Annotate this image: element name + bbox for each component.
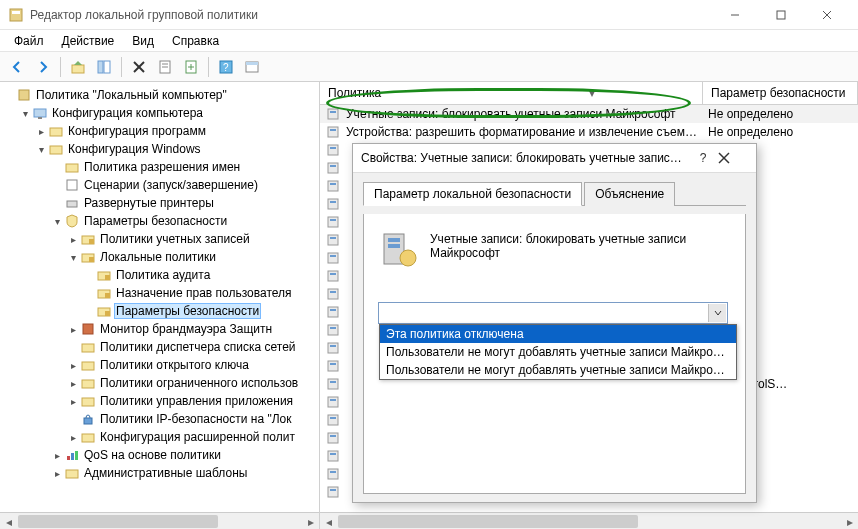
svg-rect-52 (328, 145, 338, 155)
chevron-down-icon[interactable] (708, 304, 726, 322)
policy-name-label: Учетные записи: блокировать учетные запи… (430, 228, 731, 260)
scroll-left-icon[interactable]: ◂ (320, 513, 337, 529)
collapse-icon[interactable]: ▾ (18, 108, 32, 119)
dialog-close-button[interactable] (718, 152, 748, 164)
tree-security-options[interactable]: Параметры безопасности (82, 302, 317, 320)
expand-icon[interactable]: ▸ (66, 432, 80, 443)
tree-ipsec[interactable]: Политики IP-безопасности на "Лок (66, 410, 317, 428)
tree-restricted[interactable]: ▸Политики ограниченного использов (66, 374, 317, 392)
show-hide-tree-button[interactable] (93, 56, 115, 78)
tree-windows-config[interactable]: ▾Конфигурация Windows (34, 140, 317, 158)
horizontal-scrollbar[interactable]: ◂ ▸ (320, 512, 858, 529)
up-button[interactable] (67, 56, 89, 78)
svg-rect-3 (777, 11, 785, 19)
scroll-left-icon[interactable]: ◂ (0, 513, 17, 529)
scroll-right-icon[interactable]: ▸ (302, 513, 319, 529)
dropdown-option[interactable]: Пользователи не могут добавлять учетные … (380, 343, 736, 361)
svg-rect-41 (82, 398, 94, 406)
policy-item-icon (326, 359, 342, 373)
column-policy[interactable]: Политика ▾ (320, 82, 703, 104)
tree-firewall[interactable]: ▸Монитор брандмауэра Защитн (66, 320, 317, 338)
list-row[interactable]: Учетные записи: блокировать учетные запи… (320, 105, 858, 123)
svg-rect-62 (328, 235, 338, 245)
tree-root[interactable]: Политика "Локальный компьютер" (2, 86, 317, 104)
svg-rect-86 (328, 451, 338, 461)
tree-scripts[interactable]: Сценарии (запуск/завершение) (50, 176, 317, 194)
policy-item-icon (326, 431, 342, 445)
folder-icon (80, 340, 96, 354)
svg-rect-54 (328, 163, 338, 173)
svg-rect-82 (328, 415, 338, 425)
tree-pane[interactable]: Политика "Локальный компьютер" ▾ Конфигу… (0, 82, 320, 529)
toolbar: ? (0, 52, 858, 82)
policy-item-icon (326, 215, 342, 229)
policy-text: Устройства: разрешить форматирование и и… (346, 125, 702, 139)
expand-icon[interactable]: ▸ (66, 396, 80, 407)
dropdown-option[interactable]: Пользователи не могут добавлять учетные … (380, 361, 736, 379)
tree-qos[interactable]: ▸QoS на основе политики (50, 446, 317, 464)
forward-button[interactable] (32, 56, 54, 78)
dialog-help-button[interactable]: ? (688, 151, 718, 165)
expand-icon[interactable]: ▸ (66, 234, 80, 245)
svg-rect-80 (328, 397, 338, 407)
tree-pubkey[interactable]: ▸Политики открытого ключа (66, 356, 317, 374)
expand-icon[interactable]: ▸ (66, 378, 80, 389)
tree-local-policies[interactable]: ▾Локальные политики (66, 248, 317, 266)
column-security[interactable]: Параметр безопасности (703, 82, 858, 104)
dialog-titlebar[interactable]: Свойства: Учетные записи: блокировать уч… (353, 144, 756, 173)
help-button[interactable]: ? (215, 56, 237, 78)
svg-rect-24 (66, 164, 78, 172)
svg-rect-46 (75, 451, 78, 460)
svg-rect-42 (84, 418, 92, 424)
tree-printers[interactable]: Развернутые принтеры (50, 194, 317, 212)
expand-icon[interactable]: ▸ (66, 360, 80, 371)
menu-file[interactable]: Файл (6, 32, 52, 50)
tree-user-rights[interactable]: Назначение прав пользователя (82, 284, 317, 302)
policy-icon (16, 88, 32, 102)
dropdown-list[interactable]: Эта политика отключенаПользователи не мо… (379, 324, 737, 380)
scrollbar-thumb[interactable] (18, 515, 218, 528)
svg-rect-40 (82, 380, 94, 388)
collapse-icon[interactable]: ▾ (50, 216, 64, 227)
tree-name-policy[interactable]: Политика разрешения имен (50, 158, 317, 176)
svg-rect-57 (330, 183, 336, 185)
scroll-right-icon[interactable]: ▸ (841, 513, 858, 529)
properties-button[interactable] (154, 56, 176, 78)
list-header: Политика ▾ Параметр безопасности (320, 82, 858, 105)
menu-view[interactable]: Вид (124, 32, 162, 50)
chart-icon (64, 448, 80, 462)
scrollbar-thumb[interactable] (338, 515, 638, 528)
tree-netlist[interactable]: Политики диспетчера списка сетей (66, 338, 317, 356)
close-button[interactable] (804, 0, 850, 30)
refresh-button[interactable] (241, 56, 263, 78)
tree-appctrl[interactable]: ▸Политики управления приложения (66, 392, 317, 410)
expand-icon[interactable]: ▸ (66, 324, 80, 335)
tree-computer-config[interactable]: ▾ Конфигурация компьютера (18, 104, 317, 122)
tab-explanation[interactable]: Объяснение (584, 182, 675, 206)
tree-account-policies[interactable]: ▸Политики учетных записей (66, 230, 317, 248)
tree-security-params[interactable]: ▾Параметры безопасности (50, 212, 317, 230)
delete-button[interactable] (128, 56, 150, 78)
maximize-button[interactable] (758, 0, 804, 30)
policy-value-combobox[interactable]: Эта политика отключенаПользователи не мо… (378, 302, 728, 324)
menu-help[interactable]: Справка (164, 32, 227, 50)
back-button[interactable] (6, 56, 28, 78)
collapse-icon[interactable]: ▾ (66, 252, 80, 263)
tab-local-security[interactable]: Параметр локальной безопасности (363, 182, 582, 206)
horizontal-scrollbar[interactable]: ◂ ▸ (0, 512, 319, 529)
dropdown-option[interactable]: Эта политика отключена (380, 325, 736, 343)
svg-rect-79 (330, 381, 336, 383)
menu-action[interactable]: Действие (54, 32, 123, 50)
list-row[interactable]: Устройства: разрешить форматирование и и… (320, 123, 858, 141)
policy-item-icon (326, 287, 342, 301)
collapse-icon[interactable]: ▾ (34, 144, 48, 155)
minimize-button[interactable] (712, 0, 758, 30)
tree-audit-policy[interactable]: Политика аудита (82, 266, 317, 284)
expand-icon[interactable]: ▸ (34, 126, 48, 137)
tree-software[interactable]: ▸Конфигурация программ (34, 122, 317, 140)
expand-icon[interactable]: ▸ (50, 450, 64, 461)
export-button[interactable] (180, 56, 202, 78)
tree-advaudit[interactable]: ▸Конфигурация расширенной полит (66, 428, 317, 446)
expand-icon[interactable]: ▸ (50, 468, 64, 479)
tree-admin-templates[interactable]: ▸Административные шаблоны (50, 464, 317, 482)
